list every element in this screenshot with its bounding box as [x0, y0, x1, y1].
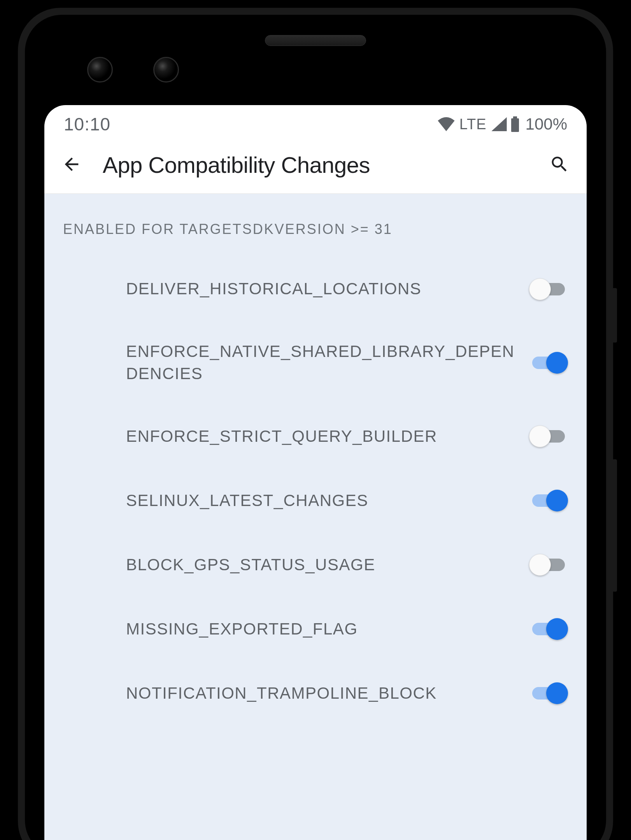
- setting-label: SELINUX_LATEST_CHANGES: [126, 490, 517, 512]
- toggle-thumb: [546, 352, 568, 374]
- front-camera-1: [87, 57, 113, 83]
- content-area: ENABLED FOR TARGETSDKVERSION >= 31 DELIV…: [44, 194, 587, 840]
- svg-rect-0: [513, 116, 517, 118]
- toggle-switch[interactable]: [529, 618, 568, 640]
- setting-label: BLOCK_GPS_STATUS_USAGE: [126, 554, 517, 576]
- setting-row[interactable]: SELINUX_LATEST_CHANGES: [44, 468, 587, 532]
- setting-row[interactable]: DELIVER_HISTORICAL_LOCATIONS: [44, 257, 587, 321]
- network-label: LTE: [459, 116, 487, 133]
- svg-rect-1: [511, 118, 519, 132]
- setting-label: NOTIFICATION_TRAMPOLINE_BLOCK: [126, 682, 517, 705]
- setting-label: ENFORCE_STRICT_QUERY_BUILDER: [126, 425, 517, 448]
- battery-percent: 100%: [526, 115, 567, 134]
- toggle-switch[interactable]: [529, 554, 568, 576]
- setting-row[interactable]: NOTIFICATION_TRAMPOLINE_BLOCK: [44, 661, 587, 725]
- toggle-switch[interactable]: [529, 682, 568, 704]
- toggle-switch[interactable]: [529, 490, 568, 511]
- setting-row[interactable]: ENFORCE_STRICT_QUERY_BUILDER: [44, 404, 587, 468]
- toggle-thumb: [546, 490, 568, 511]
- toggle-thumb: [529, 278, 551, 300]
- toggle-thumb: [546, 682, 568, 704]
- setting-label: MISSING_EXPORTED_FLAG: [126, 618, 517, 640]
- toggle-switch[interactable]: [529, 352, 568, 374]
- phone-frame: 10:10 LTE 100%: [18, 8, 613, 840]
- front-camera-2: [153, 57, 179, 83]
- signal-icon: [491, 117, 507, 131]
- setting-label: ENFORCE_NATIVE_SHARED_LIBRARY_DEPENDENCI…: [126, 341, 517, 385]
- phone-speaker: [265, 35, 366, 46]
- status-bar: 10:10 LTE 100%: [44, 105, 587, 140]
- setting-row[interactable]: BLOCK_GPS_STATUS_USAGE: [44, 532, 587, 597]
- back-button[interactable]: [60, 153, 83, 177]
- arrow-back-icon: [61, 154, 82, 176]
- settings-list: DELIVER_HISTORICAL_LOCATIONSENFORCE_NATI…: [44, 257, 587, 725]
- phone-bezel: 10:10 LTE 100%: [25, 15, 606, 840]
- toggle-switch[interactable]: [529, 278, 568, 300]
- power-button: [612, 288, 617, 343]
- proximity-sensor: [359, 63, 373, 78]
- status-time: 10:10: [64, 114, 110, 135]
- search-button[interactable]: [548, 153, 571, 177]
- toggle-thumb: [529, 425, 551, 447]
- battery-icon: [510, 116, 520, 132]
- setting-label: DELIVER_HISTORICAL_LOCATIONS: [126, 278, 517, 300]
- setting-row[interactable]: MISSING_EXPORTED_FLAG: [44, 597, 587, 661]
- page-title: App Compatibility Changes: [103, 152, 528, 178]
- status-icons: LTE 100%: [438, 115, 567, 134]
- phone-screen: 10:10 LTE 100%: [44, 105, 587, 840]
- section-header: ENABLED FOR TARGETSDKVERSION >= 31: [44, 209, 587, 257]
- toggle-switch[interactable]: [529, 425, 568, 447]
- volume-button: [612, 459, 617, 592]
- toggle-thumb: [546, 618, 568, 640]
- setting-row[interactable]: ENFORCE_NATIVE_SHARED_LIBRARY_DEPENDENCI…: [44, 321, 587, 404]
- search-icon: [549, 154, 570, 176]
- toggle-thumb: [529, 554, 551, 576]
- wifi-icon: [438, 117, 455, 131]
- app-bar: App Compatibility Changes: [44, 140, 587, 194]
